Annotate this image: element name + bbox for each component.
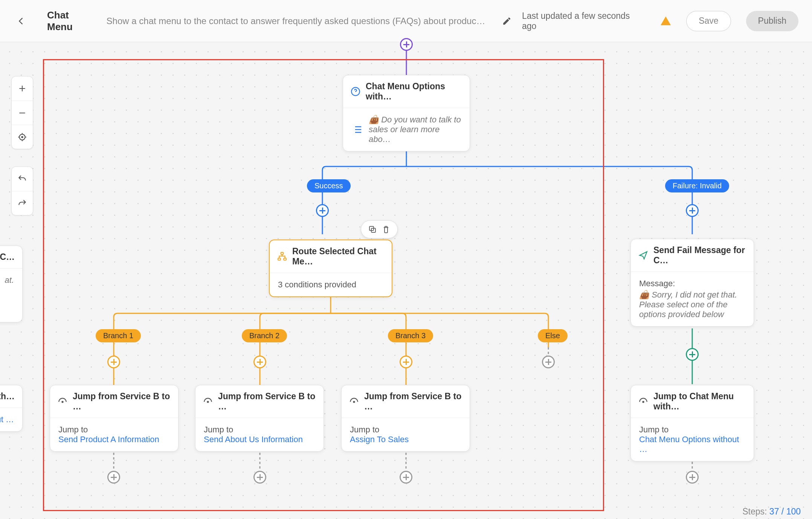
node-title: with… xyxy=(0,391,15,401)
node-body-text: Do you want to talk to sales or learn mo… xyxy=(369,115,461,144)
last-updated-text: Last updated a few seconds ago xyxy=(522,11,644,31)
zoom-controls xyxy=(11,76,33,149)
add-step-icon[interactable] xyxy=(686,471,699,484)
page-title: Chat Menu xyxy=(47,9,96,33)
jump-icon xyxy=(58,397,67,406)
jump-icon xyxy=(203,397,213,406)
branch-icon xyxy=(277,252,287,261)
message-text: Sorry, I did not get that. Please select… xyxy=(639,290,737,319)
badge-success[interactable]: Success xyxy=(307,179,351,192)
node-title: or C… xyxy=(0,252,15,262)
badge-failure[interactable]: Failure: Invalid xyxy=(665,179,729,192)
node-title: Send Fail Message for C… xyxy=(653,245,746,266)
jump-target-link[interactable]: Chat Menu Options without … xyxy=(639,435,745,454)
node-chat-menu-options[interactable]: Chat Menu Options with… 👜 Do you want to… xyxy=(343,75,470,151)
header: Chat Menu Show a chat menu to the contac… xyxy=(0,0,812,42)
workflow-canvas[interactable]: Chat Menu Options with… 👜 Do you want to… xyxy=(0,42,812,519)
copy-icon[interactable] xyxy=(368,225,377,234)
node-jump-product-a[interactable]: Jump from Service B to … Jump to Send Pr… xyxy=(50,385,179,452)
jump-label: Jump to xyxy=(639,425,745,435)
zoom-in-button[interactable] xyxy=(12,76,33,101)
back-button[interactable] xyxy=(14,14,28,29)
question-icon xyxy=(351,87,360,96)
node-send-fail-message[interactable]: Send Fail Message for C… Message: 👜 Sorr… xyxy=(630,239,754,327)
add-step-icon[interactable] xyxy=(107,356,120,368)
warning-icon[interactable] xyxy=(660,15,671,27)
node-title: Jump from Service B to … xyxy=(218,391,316,412)
svg-rect-6 xyxy=(278,258,281,260)
jump-target-link[interactable]: Send Product A Information xyxy=(58,435,170,444)
delete-icon[interactable] xyxy=(382,225,391,234)
svg-point-1 xyxy=(21,136,23,137)
add-step-icon[interactable] xyxy=(253,356,266,368)
svg-point-11 xyxy=(643,401,644,402)
add-step-icon[interactable] xyxy=(542,356,555,368)
emoji-icon: 👜 xyxy=(369,115,379,124)
emoji-icon: 👜 xyxy=(639,290,649,299)
jump-label: Jump to xyxy=(58,425,170,435)
list-icon xyxy=(351,124,363,135)
node-jump-about-us[interactable]: Jump from Service B to … Jump to Send Ab… xyxy=(195,385,324,452)
jump-icon xyxy=(638,397,648,406)
add-step-icon[interactable] xyxy=(253,471,266,484)
add-step-icon[interactable] xyxy=(400,471,412,484)
add-step-icon[interactable] xyxy=(316,204,329,217)
undo-button[interactable] xyxy=(12,167,33,191)
save-button[interactable]: Save xyxy=(686,11,731,31)
page-description: Show a chat menu to the contact to answe… xyxy=(107,16,487,26)
recenter-button[interactable] xyxy=(12,125,33,149)
svg-rect-7 xyxy=(284,258,286,260)
node-route-selected[interactable]: Route Selected Chat Me… 3 conditions pro… xyxy=(269,240,392,297)
svg-point-10 xyxy=(353,401,354,402)
history-controls xyxy=(11,166,33,215)
jump-label: Jump to xyxy=(350,425,461,435)
node-toolbar xyxy=(361,220,398,238)
jump-icon xyxy=(349,397,359,406)
jump-target-link[interactable]: Send About Us Information xyxy=(204,435,315,444)
node-title: Chat Menu Options with… xyxy=(366,81,462,102)
send-icon xyxy=(638,250,648,260)
badge-branch-2[interactable]: Branch 2 xyxy=(242,329,287,342)
badge-else[interactable]: Else xyxy=(538,329,568,342)
add-step-icon[interactable] xyxy=(686,348,699,361)
svg-rect-5 xyxy=(281,252,284,254)
add-step-icon[interactable] xyxy=(107,471,120,484)
add-step-icon[interactable] xyxy=(400,38,413,51)
badge-branch-1[interactable]: Branch 1 xyxy=(96,329,141,342)
node-title: Jump to Chat Menu with… xyxy=(653,391,746,412)
jump-label: Jump to xyxy=(204,425,315,435)
node-jump-chat-menu[interactable]: Jump to Chat Menu with… Jump to Chat Men… xyxy=(630,385,754,461)
add-step-icon[interactable] xyxy=(400,356,412,368)
node-offscreen-1[interactable]: or C… at. xyxy=(0,246,23,322)
message-label: Message: xyxy=(639,279,745,289)
zoom-out-button[interactable] xyxy=(12,101,33,125)
badge-branch-3[interactable]: Branch 3 xyxy=(388,329,433,342)
node-title: Jump from Service B to … xyxy=(73,391,171,412)
steps-counter: Steps: 37 / 100 xyxy=(742,507,801,517)
node-title: Route Selected Chat Me… xyxy=(292,246,384,267)
node-title: Jump from Service B to … xyxy=(364,391,462,412)
publish-button[interactable]: Publish xyxy=(746,11,798,31)
node-subtitle: 3 conditions provided xyxy=(278,280,356,289)
edit-icon[interactable] xyxy=(502,16,511,26)
jump-target-link[interactable]: Assign To Sales xyxy=(350,435,461,444)
jump-target-link[interactable]: hout … xyxy=(0,415,14,424)
node-body-text: at. xyxy=(0,275,14,285)
node-offscreen-2[interactable]: with… hout … xyxy=(0,385,23,432)
node-jump-assign-sales[interactable]: Jump from Service B to … Jump to Assign … xyxy=(341,385,470,452)
redo-button[interactable] xyxy=(12,191,33,215)
svg-point-9 xyxy=(207,401,208,402)
svg-point-8 xyxy=(62,401,63,402)
add-step-icon[interactable] xyxy=(686,204,699,217)
